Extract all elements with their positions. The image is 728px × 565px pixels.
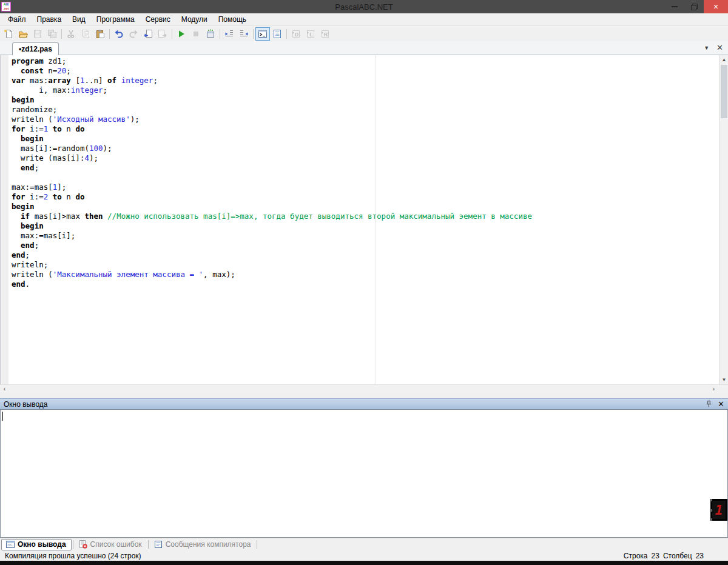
code-line-20: end;: [12, 241, 532, 250]
toolbar-separator: [172, 29, 172, 39]
format-code-icon[interactable]: [270, 27, 285, 41]
title-bar: AB.net PascalABC.NET ×: [0, 0, 728, 13]
status-bar: Компиляция прошла успешно (24 строк) Стр…: [0, 550, 728, 561]
vertical-scroll-thumb[interactable]: [721, 65, 727, 118]
tab-zd12-pas[interactable]: •zd12.pas: [12, 42, 59, 55]
tab-list-dropdown-icon[interactable]: ▼: [704, 45, 709, 51]
redo-icon: [126, 27, 141, 41]
tool-tab-label: Сообщения компилятора: [166, 540, 251, 549]
scroll-down-icon[interactable]: ▼: [720, 375, 728, 384]
scroll-right-icon[interactable]: ›: [709, 385, 718, 393]
window-shadow: [0, 561, 728, 565]
menu-bar: ФайлПравкаВидПрограммаСервисМодулиПомощь: [0, 13, 728, 26]
toolbar-separator: [61, 29, 62, 39]
save-all-icon: [45, 27, 59, 41]
menu-item-1[interactable]: Правка: [32, 13, 67, 25]
console-window-icon[interactable]: [255, 27, 270, 41]
code-line-3: var mas:array [1..n] of integer;: [12, 76, 532, 85]
code-line-7: writeln ('Исходный массив');: [12, 115, 532, 124]
tool-tab-2[interactable]: Сообщения компилятора: [150, 539, 256, 550]
nav-next-icon: [155, 27, 170, 41]
paste-icon[interactable]: [93, 27, 107, 41]
output-panel-title: Окно вывода: [4, 400, 48, 409]
nav-prev-icon[interactable]: [141, 27, 155, 41]
panel-splitter[interactable]: [0, 393, 728, 398]
code-line-19: max:=mas[i];: [12, 231, 532, 241]
status-line-value: 23: [652, 552, 659, 560]
tab-separator: [257, 540, 257, 549]
new-file-icon[interactable]: [1, 27, 16, 41]
vertical-scrollbar[interactable]: ▲ ▼: [719, 55, 728, 384]
code-line-14: max:=mas[1];: [12, 182, 532, 192]
run-icon[interactable]: [174, 27, 189, 41]
scrollbar-corner: [719, 385, 728, 393]
code-line-16: begin: [12, 202, 532, 212]
open-file-icon[interactable]: [16, 27, 30, 41]
copy-icon: [78, 27, 93, 41]
document-tab-bar: •zd12.pas ▼ ✕: [0, 41, 728, 55]
toolbar-separator: [220, 29, 220, 39]
code-line-17: if mas[i]>max then //Можно использовать …: [12, 212, 532, 221]
scroll-up-icon[interactable]: ▲: [720, 55, 728, 64]
menu-item-6[interactable]: Помощь: [213, 13, 252, 25]
tab-separator: [148, 540, 149, 549]
rebuild-icon[interactable]: [203, 27, 218, 41]
code-line-24: end.: [12, 279, 532, 289]
output-caret: [2, 412, 3, 421]
tab-close-icon[interactable]: ✕: [716, 44, 723, 52]
tool-tab-1[interactable]: Список ошибок: [75, 539, 147, 550]
stop-icon: [189, 27, 203, 41]
window-d-icon: D: [289, 27, 303, 41]
compiler-messages-icon: [153, 540, 163, 549]
console-digit: 1: [715, 503, 723, 518]
status-line-label: Строка: [624, 552, 648, 560]
menu-item-0[interactable]: Файл: [2, 13, 32, 25]
undo-icon[interactable]: [112, 27, 126, 41]
status-column-value: 23: [696, 552, 704, 560]
editor-gutter: [1, 55, 8, 384]
tool-tab-0[interactable]: Окно вывода: [1, 539, 72, 550]
output-window[interactable]: 1: [0, 409, 728, 538]
indent-icon[interactable]: [222, 27, 237, 41]
svg-text:L: L: [309, 32, 313, 38]
menu-item-2[interactable]: Вид: [67, 13, 91, 25]
pin-icon[interactable]: [705, 400, 713, 408]
code-line-22: writeln;: [12, 260, 532, 270]
menu-item-3[interactable]: Программа: [91, 13, 140, 25]
code-editor[interactable]: program zd1; const n=20;var mas:array [1…: [0, 55, 728, 384]
console-overlay-box: 1: [710, 499, 727, 521]
output-window-icon: [5, 540, 15, 549]
output-close-icon[interactable]: ✕: [718, 400, 724, 408]
svg-text:R: R: [324, 32, 328, 38]
cut-icon: [64, 27, 78, 41]
horizontal-scrollbar[interactable]: ‹ ›: [0, 384, 728, 393]
restore-button[interactable]: [684, 0, 704, 13]
code-line-15: for i:=2 to n do: [12, 192, 532, 202]
unindent-icon[interactable]: [237, 27, 251, 41]
code-line-10: mas[i]:=random(100);: [12, 144, 532, 153]
menu-item-5[interactable]: Модули: [176, 13, 213, 25]
code-line-18: begin: [12, 221, 532, 231]
code-line-12: end;: [12, 163, 532, 173]
minimize-button[interactable]: [665, 0, 684, 13]
code-line-11: write (mas[i]:4);: [12, 153, 532, 163]
code-line-4: i, max:integer;: [12, 85, 532, 95]
tab-separator: [73, 540, 73, 549]
status-message: Компиляция прошла успешно (24 строк): [5, 552, 141, 560]
menu-item-4[interactable]: Сервис: [140, 13, 176, 25]
code-line-8: for i:=1 to n do: [12, 124, 532, 134]
close-icon: ×: [713, 2, 718, 11]
tool-tab-label: Окно вывода: [18, 540, 66, 549]
code-line-2: const n=20;: [12, 66, 532, 76]
code-line-1: program zd1;: [12, 56, 532, 66]
save-file-icon: [30, 27, 45, 41]
code-line-23: writeln ('Максимальный элемент массива =…: [12, 270, 532, 279]
code-line-9: begin: [12, 134, 532, 144]
close-button[interactable]: ×: [704, 0, 728, 13]
scroll-left-icon[interactable]: ‹: [0, 385, 9, 393]
status-column-label: Столбец: [663, 552, 692, 560]
tab-label: •zd12.pas: [19, 45, 52, 53]
code-line-6: randomize;: [12, 105, 532, 115]
code-line-13: [12, 173, 532, 182]
code-text[interactable]: program zd1; const n=20;var mas:array [1…: [12, 56, 532, 289]
